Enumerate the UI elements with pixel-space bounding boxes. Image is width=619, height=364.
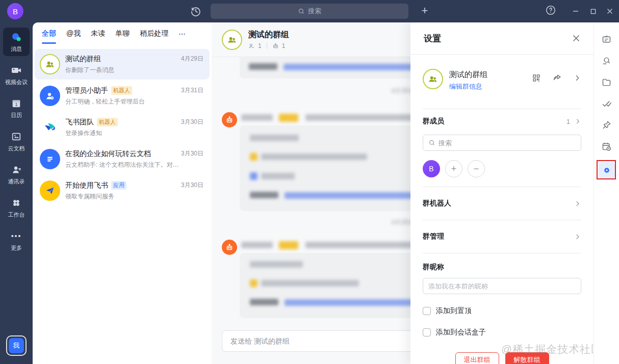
chatbox-checkbox[interactable]	[423, 328, 431, 336]
cloud-docs-icon	[10, 131, 22, 143]
settings-panel: 设置 测试的群组 编辑群信息	[410, 22, 594, 364]
nickname-input[interactable]	[423, 278, 581, 294]
search-in-chat-icon[interactable]	[601, 55, 612, 66]
edit-group-info-link[interactable]: 编辑群信息	[449, 82, 482, 91]
robot-avatar	[222, 112, 237, 127]
folder-icon[interactable]	[601, 76, 612, 88]
tab-all[interactable]: 全部	[42, 27, 56, 40]
chat-title: 测试的群组	[248, 30, 289, 40]
nav-item-more[interactable]: ••• 更多	[3, 226, 30, 255]
pin-checkbox[interactable]	[423, 307, 431, 315]
settings-gear-active[interactable]	[599, 162, 615, 178]
add-member-button[interactable]: +	[445, 160, 462, 177]
schedule-icon[interactable]	[601, 141, 612, 152]
count-divider	[267, 43, 267, 49]
me-button[interactable]: 我	[6, 335, 27, 356]
nav-item-messages[interactable]: 消息	[3, 28, 30, 56]
group-avatar	[222, 30, 242, 50]
chevron-right-icon	[574, 233, 581, 241]
bot-count-icon	[272, 43, 279, 49]
search-icon	[298, 8, 305, 15]
close-button[interactable]	[605, 6, 615, 16]
settings-title: 设置	[424, 33, 441, 44]
announcement-icon[interactable]	[601, 34, 612, 45]
divider	[423, 253, 581, 253]
workspace-grid-icon	[10, 197, 22, 209]
admin-helper-avatar	[40, 86, 60, 106]
remove-member-button[interactable]: −	[468, 160, 485, 177]
member-search-input[interactable]	[439, 139, 576, 147]
tab-more[interactable]: ⋯	[178, 28, 186, 40]
tab-unread[interactable]: 未读	[91, 27, 105, 40]
nav-item-workspace[interactable]: 工作台	[3, 193, 30, 222]
member-count: 1	[258, 42, 262, 49]
minimize-button[interactable]	[571, 6, 581, 16]
chevron-right-icon	[574, 200, 581, 207]
tab-at-me[interactable]: @我	[66, 27, 81, 40]
dissolve-group-button[interactable]: 解散群组	[505, 352, 549, 364]
user-avatar[interactable]: B	[7, 3, 23, 19]
group-avatar	[40, 54, 60, 74]
video-camera-icon	[10, 64, 22, 76]
group-robots-row[interactable]: 群机器人	[423, 187, 581, 220]
tab-later[interactable]: 稍后处理	[140, 27, 168, 40]
chat-list-item-test-group[interactable]: 测试的群组 你删除了一条消息 4月29日	[35, 49, 210, 80]
nav-item-contacts[interactable]: 通讯录	[3, 160, 30, 189]
robot-tag: 机器人	[97, 118, 118, 126]
chevron-right-icon	[574, 118, 581, 125]
member-search-box[interactable]	[423, 135, 581, 151]
nav-item-calendar[interactable]: 1 日历	[3, 94, 30, 122]
chevron-right-icon[interactable]	[573, 74, 581, 82]
robot-tag: 机器人	[111, 86, 132, 95]
right-tool-rail	[594, 22, 619, 364]
search-icon	[428, 139, 435, 146]
share-icon[interactable]	[552, 73, 562, 83]
red-highlight-box	[597, 160, 616, 179]
feishu-logo-avatar	[40, 117, 60, 138]
group-manage-row[interactable]: 群管理	[423, 220, 581, 253]
chat-list-panel: 全部 @我 未读 单聊 稍后处理 ⋯ 测试的群组 你删除了一条消息 4月29日 …	[33, 22, 212, 364]
calendar-icon: 1	[10, 97, 22, 110]
chat-filter-tabs: 全部 @我 未读 单聊 稍后处理 ⋯	[33, 22, 212, 45]
plus-icon[interactable]: +	[418, 4, 431, 17]
left-nav-rail: 消息 视频会议 1 日历 云文档 通讯录 工作台 ••• 更多 我	[0, 22, 33, 364]
maximize-button[interactable]	[588, 6, 598, 16]
member-count-icon	[248, 43, 255, 49]
tab-direct[interactable]: 单聊	[115, 27, 130, 40]
paper-plane-avatar	[40, 180, 60, 201]
pin-icon[interactable]	[601, 119, 612, 131]
contacts-icon	[10, 164, 22, 176]
member-avatar[interactable]: B	[423, 160, 440, 177]
nickname-label: 群昵称	[423, 263, 581, 272]
more-dots-icon: •••	[10, 230, 22, 242]
help-icon[interactable]	[545, 5, 557, 17]
chat-list-item-cloud-docs[interactable]: 在我的企业如何玩转云文档 云文档助手: 这个文档用法你关注下。对… 3月30日	[35, 144, 210, 174]
nav-item-video[interactable]: 视频会议	[3, 61, 30, 89]
title-bar: B 搜索 +	[0, 0, 619, 22]
chatbox-checkbox-row[interactable]: 添加到会话盒子	[423, 328, 581, 337]
chat-bubbles-icon	[10, 31, 22, 43]
close-icon[interactable]	[571, 33, 581, 43]
app-tag: 应用	[111, 181, 126, 190]
robot-avatar	[222, 240, 237, 255]
qr-code-icon[interactable]	[532, 73, 541, 83]
settings-group-name: 测试的群组	[449, 70, 487, 80]
pin-checkbox-row[interactable]: 添加到置顶	[423, 306, 581, 316]
svg-text:1: 1	[15, 102, 18, 107]
nav-item-docs[interactable]: 云文档	[3, 127, 30, 155]
chat-list-item-get-started[interactable]: 开始使用飞书 应用 领取专属顾问服务 3月30日	[35, 175, 210, 206]
history-icon[interactable]	[190, 5, 202, 17]
search-placeholder: 搜索	[308, 7, 321, 16]
bot-count: 1	[282, 42, 286, 49]
group-members-row[interactable]: 群成员 1	[423, 109, 581, 134]
chat-list-item-feishu-team[interactable]: 飞书团队 机器人 登录操作通知 3月30日	[35, 112, 210, 143]
chat-list-item-admin-helper[interactable]: 管理员小助手 机器人 分工明确，轻松上手管理后台 3月31日	[35, 81, 210, 111]
global-search-input[interactable]: 搜索	[211, 4, 408, 19]
members-count: 1	[566, 118, 570, 125]
leave-group-button[interactable]: 退出群组	[455, 352, 499, 364]
group-avatar	[423, 69, 443, 89]
double-check-icon[interactable]	[601, 98, 612, 109]
doc-avatar	[40, 149, 60, 169]
